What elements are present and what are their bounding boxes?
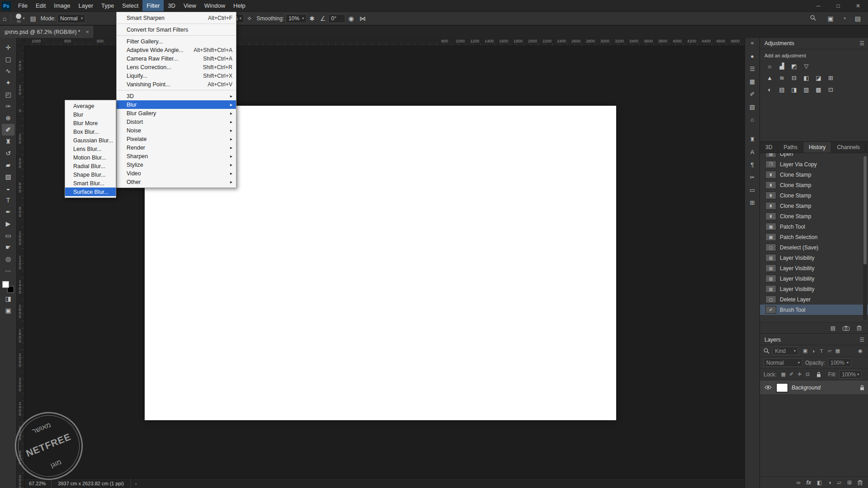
layer-row-background[interactable]: Background — [760, 380, 868, 395]
history-state-clone-stamp[interactable]: ♜Clone Stamp — [760, 169, 868, 180]
kind-filter-select[interactable]: Kind ▾ — [772, 347, 798, 355]
new-snapshot-icon[interactable] — [843, 326, 849, 331]
channel-mixer-icon[interactable]: ⊞ — [825, 73, 837, 83]
status-chevron-icon[interactable]: › — [135, 481, 137, 486]
type-tool[interactable]: T — [2, 194, 14, 206]
pen-tool[interactable]: ✒ — [2, 206, 14, 218]
filter-menu-item-sharpen[interactable]: Sharpen▸ — [117, 152, 236, 160]
lock-all-icon[interactable] — [815, 371, 823, 379]
swatches-panel-icon[interactable]: ▦ — [747, 76, 758, 86]
scrollbar-thumb[interactable] — [863, 156, 867, 264]
pressure-size-icon[interactable]: ◉ — [348, 15, 354, 22]
menu-image[interactable]: Image — [50, 0, 74, 11]
panel-list-icon[interactable]: ▤ — [855, 15, 861, 22]
marquee-tool[interactable]: ▢ — [2, 53, 14, 65]
layer-thumbnail[interactable] — [776, 383, 788, 392]
more-tools[interactable]: ⋯ — [2, 265, 14, 277]
blur-submenu-item-box-blur[interactable]: Box Blur... — [65, 127, 116, 136]
filter-menu-item-vanishing-point[interactable]: Vanishing Point...Alt+Ctrl+V — [117, 80, 236, 89]
clone-source-panel-icon[interactable]: ♜ — [747, 134, 758, 144]
layer-visibility-eye-icon[interactable] — [764, 385, 773, 390]
clone-stamp-tool[interactable]: ♜ — [2, 136, 14, 147]
properties-panel-icon[interactable]: ☰ — [747, 64, 758, 74]
fill-select[interactable]: 100% ▾ — [839, 370, 862, 379]
history-state-patch-selection[interactable]: ▦Patch Selection — [760, 232, 868, 242]
search-icon[interactable] — [810, 15, 816, 22]
menu-file[interactable]: File — [14, 0, 32, 11]
blur-submenu-item-motion-blur[interactable]: Motion Blur... — [65, 153, 116, 162]
smoothing-select[interactable]: 10% ▾ — [286, 14, 307, 23]
threshold-icon[interactable]: ◨ — [788, 84, 800, 94]
quick-selection-tool[interactable]: ✦ — [2, 77, 14, 89]
blur-submenu-item-average[interactable]: Average — [65, 102, 116, 110]
color-panel-icon[interactable]: ● — [747, 51, 758, 61]
filter-menu-item-3d[interactable]: 3D▸ — [117, 92, 236, 100]
blur-submenu-item-surface-blur[interactable]: Surface Blur... — [65, 188, 116, 196]
brush-angle-input[interactable]: 0° — [328, 14, 345, 23]
paragraph-panel-icon[interactable]: ¶ — [747, 160, 758, 169]
blur-submenu-item-smart-blur[interactable]: Smart Blur... — [65, 179, 116, 188]
ruler-origin[interactable] — [17, 38, 24, 46]
brightness-contrast-icon[interactable]: ☼ — [764, 61, 776, 71]
new-layer-icon[interactable]: ⊞ — [847, 479, 852, 486]
adjustment-layer-icon[interactable]: ◑ — [828, 479, 831, 486]
annotations-panel-icon[interactable]: ✂ — [747, 172, 758, 182]
history-state-delete-layer[interactable]: ▢Delete Layer — [760, 294, 868, 305]
gradient-tool[interactable]: ▧ — [2, 171, 14, 183]
crop-tool[interactable]: ◰ — [2, 89, 14, 100]
new-document-from-state-icon[interactable]: ▤ — [830, 325, 835, 331]
filter-menu-item-render[interactable]: Render▸ — [117, 143, 236, 152]
paint-symmetry-icon[interactable]: ⋈ — [359, 15, 366, 22]
color-lookup-icon[interactable]: ⊡ — [825, 84, 837, 94]
scrollbar[interactable] — [863, 155, 867, 320]
tab-history[interactable]: History — [803, 142, 831, 153]
menu-view[interactable]: View — [179, 0, 200, 11]
delete-layer-icon[interactable] — [858, 480, 863, 485]
lock-artboard-icon[interactable]: ⊡ — [804, 371, 812, 379]
photo-filter-icon[interactable]: ◪ — [812, 73, 825, 83]
filter-menu-item-lens-correction[interactable]: Lens Correction...Shift+Ctrl+R — [117, 63, 236, 71]
exposure-icon[interactable]: ▽ — [800, 61, 812, 71]
menu-layer[interactable]: Layer — [75, 0, 98, 11]
history-state-clone-stamp[interactable]: ♜Clone Stamp — [760, 201, 868, 211]
filter-adjustment-layers-icon[interactable]: ◑ — [809, 347, 817, 355]
layer-blend-mode-select[interactable]: Normal ▾ — [764, 358, 802, 367]
menu-edit[interactable]: Edit — [32, 0, 50, 11]
move-tool[interactable]: ✛ — [2, 42, 14, 53]
color-balance-icon[interactable]: ⊟ — [788, 73, 800, 83]
panel-menu-icon[interactable]: ☰ — [859, 337, 864, 343]
menu-window[interactable]: Window — [200, 0, 229, 11]
smoothing-options-gear-icon[interactable]: ✱ — [309, 15, 315, 22]
history-state-layer-visibility[interactable]: ▥Layer Visibility — [760, 284, 868, 294]
tab-3d[interactable]: 3D — [760, 142, 778, 153]
menu-type[interactable]: Type — [97, 0, 118, 11]
history-state-clone-stamp[interactable]: ♜Clone Stamp — [760, 180, 868, 190]
blur-submenu-item-lens-blur[interactable]: Lens Blur... — [65, 145, 116, 153]
chevron-down-icon[interactable]: ▾ — [844, 16, 846, 20]
filter-pixel-layers-icon[interactable]: ▣ — [801, 347, 809, 355]
navigator-panel-icon[interactable]: ⊞ — [747, 197, 758, 207]
filter-menu-item-stylize[interactable]: Stylize▸ — [117, 160, 236, 169]
filter-menu-item-other[interactable]: Other▸ — [117, 178, 236, 186]
brush-tool[interactable]: ✐ — [2, 124, 14, 136]
menu-select[interactable]: Select — [118, 0, 142, 11]
zoom-level[interactable]: 67.22% — [29, 481, 46, 486]
invert-icon[interactable]: ◐ — [764, 84, 776, 94]
filter-menu-item-blur-gallery[interactable]: Blur Gallery▸ — [117, 109, 236, 117]
quick-mask-button[interactable]: ◨ — [2, 293, 14, 305]
minimize-button[interactable]: ─ — [808, 0, 828, 12]
timeline-panel-icon[interactable]: ▭ — [747, 185, 758, 195]
close-button[interactable]: ✕ — [848, 0, 868, 12]
hand-tool[interactable]: ☛ — [2, 241, 14, 253]
eraser-tool[interactable]: ▰ — [2, 159, 14, 171]
menu-3d[interactable]: 3D — [164, 0, 179, 11]
menu-filter[interactable]: Filter — [142, 0, 164, 11]
history-state-deselect-save[interactable]: ▢Deselect (Save) — [760, 242, 868, 253]
filter-shape-layers-icon[interactable]: ▱ — [826, 347, 834, 355]
filter-menu-item-blur[interactable]: Blur▸ — [117, 100, 236, 109]
blur-submenu-item-radial-blur[interactable]: Radial Blur... — [65, 162, 116, 170]
filter-menu-item-distort[interactable]: Distort▸ — [117, 117, 236, 126]
panel-menu-icon[interactable]: ☰ — [859, 40, 864, 47]
filter-menu-item-filter-gallery[interactable]: Filter Gallery... — [117, 37, 236, 46]
blur-submenu-item-gaussian-blur[interactable]: Gaussian Blur... — [65, 136, 116, 145]
